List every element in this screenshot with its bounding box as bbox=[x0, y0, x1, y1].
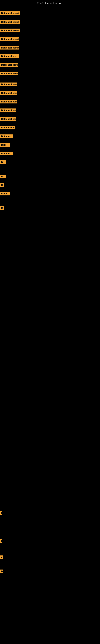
bottleneck-badge-14: Bottleneck re bbox=[0, 126, 15, 130]
bottleneck-badge-23: | bbox=[0, 511, 2, 515]
bottleneck-badge-26: B bbox=[0, 570, 3, 573]
bottleneck-badge-20: B bbox=[0, 183, 3, 187]
bottleneck-badge-1: Bottleneck result bbox=[0, 11, 20, 15]
bottleneck-badge-15: Bottlenec bbox=[0, 134, 13, 138]
bottleneck-badge-11: Bottleneck resu bbox=[0, 100, 17, 104]
bottleneck-badge-7: Bottleneck result bbox=[0, 63, 18, 66]
bottleneck-badge-3: Bottleneck result bbox=[0, 28, 20, 32]
site-title: TheBottlenecker.com bbox=[0, 2, 100, 5]
bottleneck-badge-24: | bbox=[0, 539, 2, 543]
bottleneck-badge-22: B bbox=[0, 206, 4, 210]
bottleneck-badge-25: n bbox=[0, 556, 3, 559]
bottleneck-badge-12: Bottleneck res bbox=[0, 108, 16, 112]
bottleneck-badge-5: Bottleneck result bbox=[0, 46, 19, 50]
bottleneck-badge-21: Bottle bbox=[0, 192, 10, 196]
bottleneck-badge-9: Bottleneck resu bbox=[0, 82, 17, 86]
bottleneck-badge-16: Bott bbox=[0, 143, 10, 147]
bottleneck-badge-6: Bottleneck res bbox=[0, 54, 19, 58]
bottleneck-badge-13: Bottleneck res bbox=[0, 117, 16, 121]
bottleneck-badge-8: Bottleneck resu bbox=[0, 72, 18, 75]
bottleneck-badge-4: Bottleneck result bbox=[0, 37, 19, 41]
bottleneck-badge-10: Bottleneck resu bbox=[0, 91, 17, 95]
bottleneck-badge-2: Bottleneck result bbox=[0, 20, 20, 24]
bottleneck-badge-17: Bottlene bbox=[0, 152, 13, 155]
bottleneck-badge-19: Bo bbox=[0, 175, 6, 178]
bottleneck-badge-18: Bo bbox=[0, 160, 6, 164]
